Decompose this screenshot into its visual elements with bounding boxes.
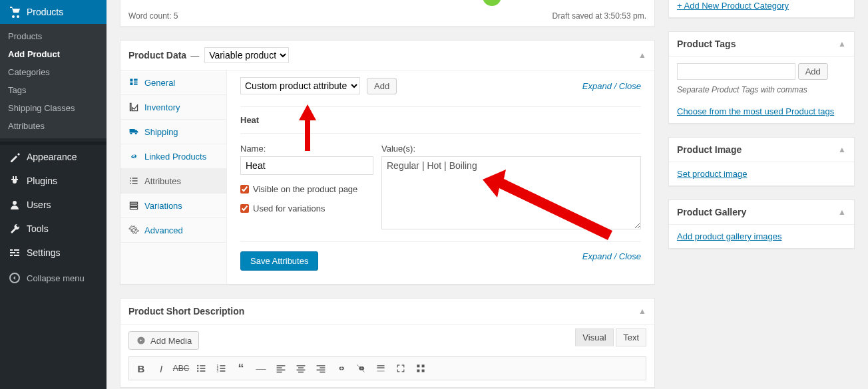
toolbar-toggle-button[interactable] xyxy=(411,360,430,377)
tab-linked-label: Linked Products xyxy=(144,152,206,162)
italic-button[interactable]: I xyxy=(152,360,170,377)
hr-button[interactable]: — xyxy=(252,360,270,377)
product-image-title: Product Image xyxy=(677,144,742,155)
sidebar-users[interactable]: Users xyxy=(0,193,107,217)
sidebar-plugins[interactable]: Plugins xyxy=(0,169,107,193)
product-tags-title: Product Tags xyxy=(677,39,736,49)
sidebar-tools[interactable]: Tools xyxy=(0,217,107,241)
sidebar-item-categories[interactable]: Categories xyxy=(0,63,107,81)
tab-variations[interactable]: Variations xyxy=(120,194,226,218)
svg-text:3: 3 xyxy=(217,370,219,373)
svg-rect-31 xyxy=(422,370,425,372)
sidebar-item-tags[interactable]: Tags xyxy=(0,81,107,99)
product-gallery-title: Product Gallery xyxy=(677,207,746,217)
quote-button[interactable]: “ xyxy=(232,360,250,377)
panel-toggle-icon[interactable]: ▲ xyxy=(838,39,846,49)
svg-rect-13 xyxy=(277,365,286,366)
sidebar-settings[interactable]: Settings xyxy=(0,241,107,265)
sidebar-item-attributes[interactable]: Attributes xyxy=(0,117,107,135)
panel-toggle-icon[interactable]: ▲ xyxy=(638,51,646,60)
fullscreen-icon xyxy=(395,363,406,374)
link-button[interactable] xyxy=(331,360,350,377)
more-button[interactable] xyxy=(371,360,390,377)
tab-inventory[interactable]: Inventory xyxy=(120,95,226,120)
expand-close-link[interactable]: Expand / Close xyxy=(582,81,641,91)
sidebar-plugins-label: Plugins xyxy=(27,176,57,186)
short-description-title: Product Short Description xyxy=(128,306,244,317)
more-icon xyxy=(375,363,386,374)
panel-toggle-icon[interactable]: ▲ xyxy=(638,307,646,316)
user-icon xyxy=(8,198,21,211)
tab-linked-products[interactable]: Linked Products xyxy=(120,144,226,169)
align-left-button[interactable] xyxy=(272,360,290,377)
visual-tab[interactable]: Visual xyxy=(575,328,613,346)
add-gallery-link[interactable]: Add product gallery images xyxy=(677,231,782,241)
used-variations-label: Used for variations xyxy=(253,203,325,213)
panel-toggle-icon[interactable]: ▲ xyxy=(838,145,846,154)
align-center-icon xyxy=(296,363,306,374)
wrench-icon xyxy=(8,222,21,235)
add-attribute-button[interactable]: Add xyxy=(367,78,397,94)
align-center-button[interactable] xyxy=(292,360,310,377)
text-tab[interactable]: Text xyxy=(616,328,646,346)
product-data-panel: Product Data — Variable product ▲ Genera… xyxy=(120,40,655,285)
attribute-type-select[interactable]: Custom product attribute xyxy=(240,77,360,94)
sidebar-users-label: Users xyxy=(27,199,51,210)
collapse-menu[interactable]: Collapse menu xyxy=(0,265,107,291)
product-data-header: Product Data — Variable product ▲ xyxy=(120,41,654,70)
sidebar-item-products[interactable]: Products xyxy=(0,27,107,45)
product-data-tabs: General Inventory Shipping Linked P xyxy=(120,70,227,284)
sidebar-appearance[interactable]: Appearance xyxy=(0,145,107,169)
ol-button[interactable]: 123 xyxy=(212,360,230,377)
svg-rect-6 xyxy=(200,370,205,372)
add-category-link[interactable]: + Add New Product Category xyxy=(677,1,789,11)
attribute-name-input[interactable] xyxy=(240,156,373,175)
product-type-select[interactable]: Variable product xyxy=(204,47,289,63)
tab-shipping[interactable]: Shipping xyxy=(120,120,226,144)
values-label: Value(s): xyxy=(381,144,641,154)
tab-attributes[interactable]: Attributes xyxy=(120,169,226,194)
link-icon xyxy=(128,151,139,162)
tab-general-label: General xyxy=(144,78,175,88)
fullscreen-button[interactable] xyxy=(391,360,410,377)
svg-rect-2 xyxy=(200,365,205,366)
svg-rect-12 xyxy=(220,370,225,372)
sidebar-item-add-product[interactable]: Add Product xyxy=(0,45,107,63)
sidebar-products-submenu: Products Add Product Categories Tags Shi… xyxy=(0,24,107,138)
tab-advanced-label: Advanced xyxy=(144,225,183,235)
sidebar-tools-label: Tools xyxy=(27,223,49,234)
cart-icon xyxy=(8,5,21,19)
save-attributes-button[interactable]: Save Attributes xyxy=(240,251,318,271)
align-right-button[interactable] xyxy=(312,360,330,377)
tab-attributes-label: Attributes xyxy=(144,176,181,186)
add-media-button[interactable]: Add Media xyxy=(128,331,199,350)
editor-toolbar: B I ABC 123 “ — xyxy=(128,356,646,380)
svg-point-1 xyxy=(197,365,198,366)
set-image-link[interactable]: Set product image xyxy=(677,169,748,179)
sidebar-products[interactable]: Products xyxy=(0,0,107,24)
tags-most-used-link[interactable]: Choose from the most used Product tags xyxy=(677,106,834,116)
svg-rect-4 xyxy=(200,368,205,369)
svg-rect-17 xyxy=(297,365,306,366)
tags-help: Separate Product Tags with commas xyxy=(677,85,846,94)
unlink-button[interactable] xyxy=(351,360,370,377)
svg-rect-10 xyxy=(220,368,225,369)
svg-point-5 xyxy=(197,370,198,372)
used-variations-checkbox[interactable] xyxy=(240,204,249,213)
ul-button[interactable] xyxy=(192,360,210,377)
product-tags-panel: Product Tags ▲ Add Separate Product Tags… xyxy=(668,31,855,124)
visible-checkbox[interactable] xyxy=(240,185,249,194)
expand-close-link-bottom[interactable]: Expand / Close xyxy=(582,251,641,271)
svg-rect-24 xyxy=(320,372,325,373)
tab-general[interactable]: General xyxy=(120,70,226,95)
tags-add-button[interactable]: Add xyxy=(798,63,828,80)
sidebar-item-shipping-classes[interactable]: Shipping Classes xyxy=(0,99,107,117)
panel-toggle-icon[interactable]: ▲ xyxy=(838,207,846,217)
svg-marker-33 xyxy=(483,170,612,240)
svg-rect-25 xyxy=(377,365,384,366)
tags-input[interactable] xyxy=(677,63,795,80)
tab-advanced[interactable]: Advanced xyxy=(120,218,226,243)
truck-icon xyxy=(128,126,139,137)
strike-button[interactable]: ABC xyxy=(172,360,190,377)
bold-button[interactable]: B xyxy=(132,360,150,377)
